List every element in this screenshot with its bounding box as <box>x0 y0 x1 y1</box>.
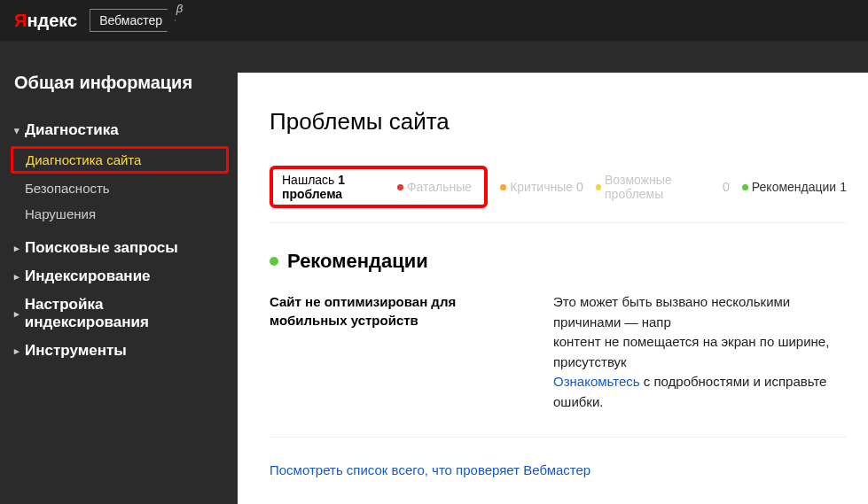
rec-desc-line2: контент не помещается на экран по ширине… <box>553 334 829 369</box>
caret-right-icon: ▸ <box>14 243 21 254</box>
sidebar-head-indexing-settings[interactable]: ▸ Настройка индексирования <box>0 291 238 337</box>
filter-fatal[interactable]: Фатальные <box>397 180 475 194</box>
section-recommendations-heading: Рекомендации <box>270 250 847 273</box>
filter-label: Рекомендации <box>752 180 836 194</box>
filter-label: Возможные проблемы <box>605 173 719 201</box>
sidebar: Общая информация ▾ Диагностика Диагности… <box>0 41 238 504</box>
recommendation-row: Сайт не оптимизирован для мобильных устр… <box>270 292 847 438</box>
logo-letter-red: Я <box>14 11 27 30</box>
found-highlight-box: Нашлась 1 проблема Фатальные <box>270 166 488 208</box>
logo-letter-white: ндекс <box>27 11 77 30</box>
recommendation-title: Сайт не оптимизирован для мобильных устр… <box>270 292 500 412</box>
recommendation-description: Это может быть вызвано несколькими причи… <box>553 292 847 412</box>
beta-badge: β <box>176 2 183 15</box>
filter-recommendations[interactable]: Рекомендации 1 <box>742 180 847 194</box>
dot-green-icon <box>270 257 278 266</box>
filter-count: 0 <box>576 180 583 194</box>
sidebar-overview[interactable]: Общая информация <box>0 73 238 109</box>
sidebar-label: Диагностика <box>25 121 119 139</box>
sidebar-label: Инструменты <box>25 342 127 360</box>
caret-right-icon: ▸ <box>14 271 21 283</box>
sidebar-label: Поисковые запросы <box>25 239 178 257</box>
rec-desc-line1: Это может быть вызвано несколькими причи… <box>553 294 790 330</box>
sidebar-group-diagnostics: ▾ Диагностика Диагностика сайта Безопасн… <box>0 109 238 234</box>
rec-details-link[interactable]: Ознакомьтесь <box>553 374 640 389</box>
found-prefix: Нашлась <box>282 173 338 187</box>
sidebar-item-violations[interactable]: Нарушения <box>0 201 238 227</box>
caret-down-icon: ▾ <box>14 125 21 136</box>
sidebar-head-indexing[interactable]: ▸ Индексирование <box>0 262 238 291</box>
sidebar-head-tools[interactable]: ▸ Инструменты <box>0 337 238 365</box>
dot-green-icon <box>742 184 748 190</box>
sidebar-item-security[interactable]: Безопасность <box>0 175 238 201</box>
filter-label: Фатальные <box>407 180 472 194</box>
main-layout: Общая информация ▾ Диагностика Диагности… <box>0 41 868 504</box>
yandex-logo: Яндекс <box>14 11 77 31</box>
section-title: Рекомендации <box>287 250 428 273</box>
page-title: Проблемы сайта <box>270 108 847 136</box>
filter-row: Нашлась 1 проблема Фатальные Критичные 0… <box>270 166 847 223</box>
filter-count: 0 <box>723 180 730 194</box>
logo[interactable]: Яндекс Вебмастер β <box>14 9 176 32</box>
view-all-checks-link[interactable]: Посмотреть список всего, что проверяет В… <box>270 462 847 477</box>
filter-label: Критичные <box>510 180 573 194</box>
dot-red-icon <box>397 184 403 190</box>
filter-count: 1 <box>840 180 847 194</box>
found-text: Нашлась 1 проблема <box>282 173 387 201</box>
sidebar-label: Индексирование <box>25 268 151 285</box>
content-area: Проблемы сайта Нашлась 1 проблема Фаталь… <box>238 73 868 504</box>
dot-orange-icon <box>500 184 506 190</box>
sidebar-label: Настройка индексирования <box>25 296 223 331</box>
sidebar-head-diagnostics[interactable]: ▾ Диагностика <box>0 116 238 144</box>
product-badge[interactable]: Вебмастер <box>90 9 176 32</box>
dot-yellow-icon <box>596 184 601 190</box>
sidebar-head-search-queries[interactable]: ▸ Поисковые запросы <box>0 234 238 262</box>
topbar: Яндекс Вебмастер β <box>0 0 868 41</box>
product-badge-wrap: Вебмастер β <box>90 9 176 32</box>
sidebar-item-site-diagnostics[interactable]: Диагностика сайта <box>26 152 141 167</box>
filter-critical[interactable]: Критичные 0 <box>500 180 583 194</box>
filter-possible[interactable]: Возможные проблемы 0 <box>596 173 730 201</box>
sidebar-item-site-diagnostics-highlight: Диагностика сайта <box>11 146 229 174</box>
caret-right-icon: ▸ <box>14 308 21 320</box>
caret-right-icon: ▸ <box>14 345 21 357</box>
